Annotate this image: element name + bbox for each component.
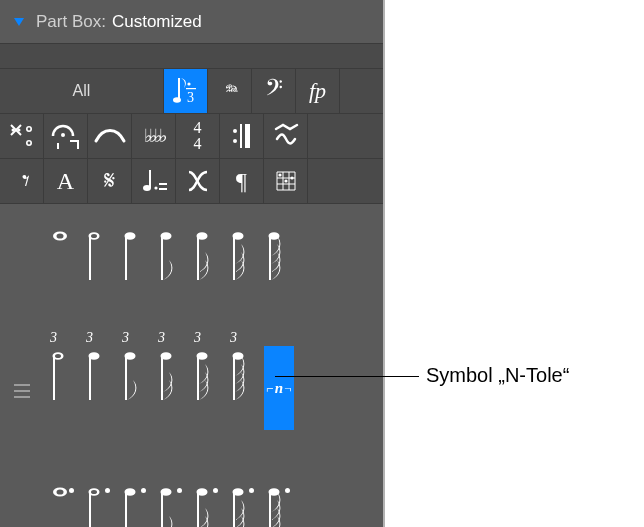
svg-point-16 bbox=[233, 139, 237, 143]
dot-icon bbox=[69, 488, 74, 493]
svg-rect-75 bbox=[233, 492, 235, 527]
dot-icon bbox=[213, 488, 218, 493]
category-barlines[interactable] bbox=[220, 114, 264, 158]
svg-point-1 bbox=[173, 97, 181, 103]
palette-item-t-quarter[interactable]: 3 bbox=[84, 346, 114, 414]
trill-ornament-icon bbox=[271, 121, 301, 151]
dot-icon bbox=[177, 488, 182, 493]
category-voice[interactable] bbox=[176, 159, 220, 203]
tuplet-label: 3 bbox=[86, 330, 93, 346]
category-lyrics[interactable]: ¶ bbox=[220, 159, 264, 203]
svg-rect-56 bbox=[125, 356, 127, 400]
tuplet-label: 3 bbox=[122, 330, 129, 346]
category-notes[interactable]: 3 bbox=[164, 69, 208, 113]
tuplet-label: 3 bbox=[50, 330, 57, 346]
svg-point-38 bbox=[91, 234, 97, 238]
category-dynamics[interactable]: fp bbox=[296, 69, 340, 113]
svg-point-8 bbox=[17, 129, 20, 132]
palette-item-d-sixtyfourth[interactable] bbox=[264, 482, 294, 527]
palette-item-quarter[interactable] bbox=[120, 226, 150, 294]
voice-crossing-icon bbox=[183, 166, 213, 196]
category-slurs[interactable] bbox=[88, 114, 132, 158]
palette-item-sixteenth[interactable] bbox=[192, 226, 222, 294]
note-t-eighth-icon bbox=[122, 348, 148, 414]
callout-label: Symbol „N-Tole“ bbox=[426, 364, 569, 387]
svg-point-64 bbox=[57, 489, 64, 494]
tuplet-label: 3 bbox=[194, 330, 201, 346]
text-A-icon: A bbox=[57, 168, 74, 195]
svg-rect-0 bbox=[178, 78, 180, 100]
svg-point-21 bbox=[154, 186, 157, 189]
palette-item-d-eighth[interactable] bbox=[156, 482, 186, 527]
palette-item-d-whole[interactable] bbox=[48, 482, 78, 527]
svg-point-51 bbox=[55, 354, 61, 358]
svg-rect-41 bbox=[125, 236, 127, 280]
palette-item-t-half[interactable]: 3 bbox=[48, 346, 78, 414]
svg-rect-49 bbox=[269, 236, 271, 280]
category-toolbar: All 3 𝆮 𝄢 bbox=[0, 44, 383, 204]
palette-item-t-sixtyfourth[interactable]: 3 bbox=[228, 346, 258, 414]
palette-item-n-tole[interactable]: ⌐n¬ bbox=[264, 346, 294, 430]
pedal-icon: 𝆮 bbox=[223, 80, 236, 103]
palette-item-eighth[interactable] bbox=[156, 226, 186, 294]
palette-item-t-thirtysecond[interactable]: 3 bbox=[192, 346, 222, 414]
svg-rect-60 bbox=[197, 356, 199, 400]
svg-rect-19 bbox=[149, 170, 151, 188]
category-accidentals[interactable]: ♭♭♭♭ bbox=[132, 114, 176, 158]
palette-item-sixtyfourth[interactable] bbox=[264, 226, 294, 294]
category-ornaments[interactable] bbox=[44, 114, 88, 158]
palette-item-t-eighth[interactable]: 3 bbox=[120, 346, 150, 414]
toolbar-row-1: All 3 𝆮 𝄢 bbox=[0, 69, 383, 114]
note-t-sixteenth-icon bbox=[158, 348, 184, 414]
bass-clef-icon: 𝄢 bbox=[265, 75, 283, 108]
panel-value: Customized bbox=[112, 12, 202, 32]
palette-item-half[interactable] bbox=[84, 226, 114, 294]
note-t-quarter-icon bbox=[86, 348, 112, 414]
paragraph-icon: ¶ bbox=[236, 168, 247, 195]
svg-point-12 bbox=[27, 142, 30, 145]
category-chord-grid[interactable] bbox=[264, 159, 308, 203]
dot-icon bbox=[141, 488, 146, 493]
svg-point-10 bbox=[27, 128, 30, 131]
palette-item-thirtysecond[interactable] bbox=[228, 226, 258, 294]
category-pedal[interactable]: 𝆮 bbox=[208, 69, 252, 113]
svg-point-7 bbox=[11, 129, 14, 132]
panel-title: Part Box: bbox=[36, 12, 106, 32]
category-all[interactable]: All bbox=[0, 69, 164, 113]
svg-rect-52 bbox=[53, 356, 55, 400]
category-repeat-jump[interactable] bbox=[0, 114, 44, 158]
dot-icon bbox=[105, 488, 110, 493]
category-clefs[interactable]: 𝄢 bbox=[252, 69, 296, 113]
palette-item-whole[interactable] bbox=[48, 226, 78, 294]
accidentals-icon: ♭♭♭♭ bbox=[144, 125, 164, 147]
category-timesig[interactable]: 44 bbox=[176, 114, 220, 158]
note-sixtyfourth-icon bbox=[266, 228, 292, 294]
svg-point-36 bbox=[57, 233, 64, 238]
svg-rect-67 bbox=[89, 492, 91, 527]
category-trills[interactable] bbox=[264, 114, 308, 158]
palette-item-d-thirtysecond[interactable] bbox=[228, 482, 258, 527]
svg-point-34 bbox=[290, 176, 293, 179]
category-segno[interactable]: 𝄋 bbox=[88, 159, 132, 203]
note-t-half-icon bbox=[50, 348, 76, 414]
svg-text:3: 3 bbox=[187, 90, 194, 105]
svg-rect-47 bbox=[233, 236, 235, 280]
svg-rect-71 bbox=[161, 492, 163, 527]
palette-item-t-sixteenth[interactable]: 3 bbox=[156, 346, 186, 414]
palette-item-d-sixteenth[interactable] bbox=[192, 482, 222, 527]
palette-row-dotted bbox=[48, 482, 383, 527]
category-text[interactable]: A bbox=[44, 159, 88, 203]
category-tempo[interactable] bbox=[132, 159, 176, 203]
grip-icon[interactable] bbox=[14, 384, 30, 398]
time-sig-4-4-icon: 44 bbox=[194, 120, 202, 152]
palette-item-d-quarter[interactable] bbox=[120, 482, 150, 527]
svg-rect-22 bbox=[159, 183, 167, 185]
palette-item-d-half[interactable] bbox=[84, 482, 114, 527]
svg-rect-69 bbox=[125, 492, 127, 527]
svg-point-2 bbox=[187, 82, 190, 85]
segno-icon: 𝄋 bbox=[104, 166, 115, 196]
svg-rect-58 bbox=[161, 356, 163, 400]
svg-point-20 bbox=[143, 185, 151, 191]
disclosure-triangle-icon[interactable] bbox=[12, 17, 26, 27]
category-rests[interactable]: 𝄾 bbox=[0, 159, 44, 203]
